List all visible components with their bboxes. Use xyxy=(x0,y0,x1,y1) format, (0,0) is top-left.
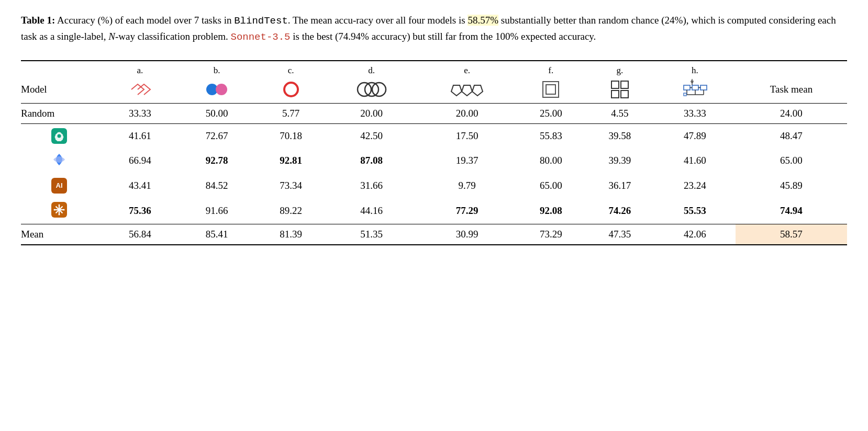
header-col-e: e. xyxy=(418,61,517,77)
header-icon-h: A xyxy=(654,77,736,104)
header-icon-c xyxy=(257,77,326,104)
sonnet-icon xyxy=(51,202,67,218)
svg-rect-14 xyxy=(621,90,628,98)
val-claude-b: 84.52 xyxy=(177,174,257,198)
row-gemini: 66.94 92.78 92.81 87.08 19.37 80.00 39.3… xyxy=(21,148,847,174)
header-icon-e xyxy=(418,77,517,104)
header-icon-d xyxy=(325,77,417,104)
val-mean-g: 47.35 xyxy=(585,224,654,245)
svg-rect-13 xyxy=(611,90,619,98)
val-sonnet-mean: 74.94 xyxy=(736,198,847,224)
val-mean-d: 51.35 xyxy=(325,224,417,245)
model-name-random: Random xyxy=(21,103,103,123)
header-col-f: f. xyxy=(516,61,585,77)
header-icon-b xyxy=(177,77,257,104)
val-random-g: 4.55 xyxy=(585,103,654,123)
val-claude-c: 73.34 xyxy=(257,174,326,198)
header-row-icons: Model xyxy=(21,77,847,104)
val-claude-g: 36.17 xyxy=(585,174,654,198)
val-sonnet-e: 77.29 xyxy=(418,198,517,224)
caption-text4: -way classification problem. xyxy=(115,31,231,42)
val-gemini-e: 19.37 xyxy=(418,148,517,174)
gpt-icon xyxy=(51,128,67,144)
val-sonnet-c: 89.22 xyxy=(257,198,326,224)
val-gpt-h: 47.89 xyxy=(654,123,736,148)
model-icon-gemini xyxy=(21,148,103,174)
val-claude-f: 65.00 xyxy=(516,174,585,198)
header-task-mean: Task mean xyxy=(736,77,847,104)
svg-rect-12 xyxy=(621,81,628,88)
val-mean-h: 42.06 xyxy=(654,224,736,245)
val-claude-a: 43.41 xyxy=(103,174,177,198)
caption-text5: is the best (74.94% accuracy) but still … xyxy=(291,31,596,42)
val-mean-b: 85.41 xyxy=(177,224,257,245)
header-col-i xyxy=(736,61,847,77)
val-gpt-b: 72.67 xyxy=(177,123,257,148)
model-icon-gpt xyxy=(21,123,103,148)
header-col-h: h. xyxy=(654,61,736,77)
model-icon-claude: AI xyxy=(21,174,103,198)
gemini-icon xyxy=(52,152,66,167)
header-col-a: a. xyxy=(103,61,177,77)
val-gemini-mean: 65.00 xyxy=(736,148,847,174)
header-icon-a xyxy=(103,77,177,104)
header-col-c: c. xyxy=(257,61,326,77)
n-way-italic: N xyxy=(108,31,115,42)
svg-rect-9 xyxy=(543,82,559,97)
val-claude-h: 23.24 xyxy=(654,174,736,198)
val-gpt-a: 41.61 xyxy=(103,123,177,148)
header-row-letters: a. b. c. d. e. f. g. h. xyxy=(21,61,847,77)
val-random-e: 20.00 xyxy=(418,103,517,123)
val-mean-c: 81.39 xyxy=(257,224,326,245)
svg-rect-20 xyxy=(700,85,707,90)
claude-icon: AI xyxy=(51,178,67,194)
svg-point-28 xyxy=(58,134,61,138)
val-gemini-c: 92.81 xyxy=(257,148,326,174)
svg-rect-18 xyxy=(684,85,690,90)
svg-point-2 xyxy=(284,83,298,96)
val-sonnet-d: 44.16 xyxy=(325,198,417,224)
val-gpt-c: 70.18 xyxy=(257,123,326,148)
val-sonnet-h: 55.53 xyxy=(654,198,736,224)
accuracy-table: a. b. c. d. e. f. g. h. Model xyxy=(21,60,847,245)
val-random-mean: 24.00 xyxy=(736,103,847,123)
val-sonnet-g: 74.26 xyxy=(585,198,654,224)
val-gemini-a: 66.94 xyxy=(103,148,177,174)
svg-rect-27 xyxy=(684,93,686,96)
val-random-h: 33.33 xyxy=(654,103,736,123)
val-random-d: 20.00 xyxy=(325,103,417,123)
val-claude-d: 31.66 xyxy=(325,174,417,198)
header-icon-f xyxy=(516,77,585,104)
row-mean: Mean 56.84 85.41 81.39 51.35 30.99 73.29… xyxy=(21,224,847,245)
row-claude: AI 43.41 84.52 73.34 31.66 9.79 65.00 36… xyxy=(21,174,847,198)
caption-label: Table 1: xyxy=(21,15,55,26)
svg-rect-10 xyxy=(546,85,555,94)
blind-test-ref: BlindTest xyxy=(234,15,288,27)
svg-point-36 xyxy=(54,209,55,210)
svg-marker-7 xyxy=(462,85,472,96)
mean-accuracy-highlight: 58.57% xyxy=(468,15,498,26)
header-model-label: Model xyxy=(21,77,103,104)
header-model-empty xyxy=(21,61,103,77)
model-name-mean: Mean xyxy=(21,224,103,245)
svg-rect-19 xyxy=(692,85,698,90)
row-random: Random 33.33 50.00 5.77 20.00 20.00 25.0… xyxy=(21,103,847,123)
svg-point-35 xyxy=(59,213,60,215)
val-sonnet-a: 75.36 xyxy=(103,198,177,224)
val-sonnet-f: 92.08 xyxy=(516,198,585,224)
val-gpt-f: 55.83 xyxy=(516,123,585,148)
val-gpt-mean: 48.47 xyxy=(736,123,847,148)
val-random-f: 25.00 xyxy=(516,103,585,123)
header-col-d: d. xyxy=(325,61,417,77)
val-gpt-e: 17.50 xyxy=(418,123,517,148)
val-mean-total: 58.57 xyxy=(736,224,847,245)
val-gemini-f: 80.00 xyxy=(516,148,585,174)
row-gpt: 41.61 72.67 70.18 42.50 17.50 55.83 39.5… xyxy=(21,123,847,148)
svg-point-34 xyxy=(59,204,60,206)
val-sonnet-b: 91.66 xyxy=(177,198,257,224)
val-gpt-d: 42.50 xyxy=(325,123,417,148)
header-col-g: g. xyxy=(585,61,654,77)
table-caption: Table 1: Accuracy (%) of each model over… xyxy=(21,13,838,46)
val-gemini-g: 39.39 xyxy=(585,148,654,174)
val-mean-a: 56.84 xyxy=(103,224,177,245)
